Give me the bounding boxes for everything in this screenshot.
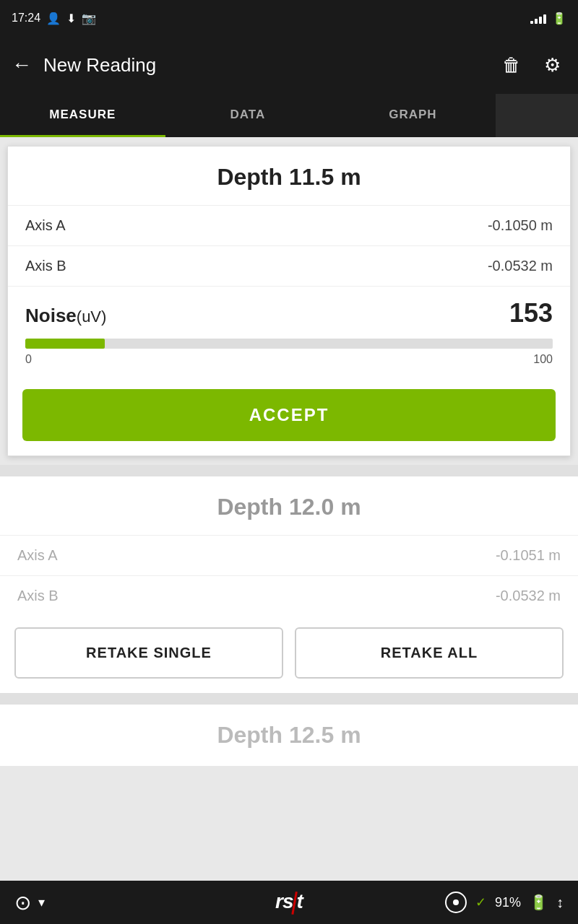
second-axis-b-label: Axis B bbox=[17, 588, 59, 604]
bottom-right: ✓ 91% 🔋 ↕ bbox=[445, 892, 564, 913]
retake-single-button[interactable]: RETAKE SINGLE bbox=[14, 627, 283, 679]
delete-button[interactable]: 🗑 bbox=[496, 48, 527, 82]
person-icon: 👤 bbox=[46, 12, 61, 25]
nav-compass-icon[interactable]: ⊙ bbox=[14, 891, 31, 915]
battery-percent: 91% bbox=[495, 895, 521, 910]
tab-measure[interactable]: MEASURE bbox=[0, 94, 165, 137]
noise-value: 153 bbox=[509, 298, 553, 328]
target-icon[interactable] bbox=[445, 892, 467, 913]
progress-labels: 0 100 bbox=[25, 353, 553, 366]
download-icon: ⬇ bbox=[66, 12, 76, 25]
noise-label: Noise(uV) bbox=[25, 305, 106, 327]
active-axis-a-row: Axis A -0.1050 m bbox=[8, 205, 570, 245]
retake-all-button[interactable]: RETAKE ALL bbox=[295, 627, 564, 679]
second-axis-a-value: -0.1051 m bbox=[496, 547, 561, 564]
second-axis-b-value: -0.0532 m bbox=[496, 588, 561, 604]
tab-graph[interactable]: GRAPH bbox=[330, 94, 496, 137]
third-reading-card-preview: Depth 12.5 m bbox=[0, 705, 578, 766]
tab-spacer bbox=[496, 94, 578, 137]
settings-button[interactable]: ⚙ bbox=[538, 48, 566, 82]
third-depth-title: Depth 12.5 m bbox=[0, 705, 578, 766]
bottom-bar: ⊙ ▾ rst ✓ 91% 🔋 ↕ bbox=[0, 881, 578, 924]
check-icon: ✓ bbox=[475, 894, 486, 910]
active-axis-a-label: Axis A bbox=[25, 217, 66, 234]
bottom-left: ⊙ ▾ bbox=[14, 891, 45, 915]
active-axis-a-value: -0.1050 m bbox=[488, 217, 553, 234]
page-title: New Reading bbox=[43, 54, 485, 77]
nav-dropdown-icon[interactable]: ▾ bbox=[38, 894, 45, 910]
active-depth-title: Depth 11.5 m bbox=[8, 147, 570, 205]
signal-icon-bottom: ↕ bbox=[556, 894, 564, 911]
status-right: 🔋 bbox=[530, 12, 566, 25]
noise-progress-bar bbox=[25, 339, 553, 349]
second-axis-a-row: Axis A -0.1051 m bbox=[0, 535, 578, 575]
app-bar: ← New Reading 🗑 ⚙ bbox=[0, 36, 578, 94]
second-axis-b-row: Axis B -0.0532 m bbox=[0, 575, 578, 616]
noise-section: Noise(uV) 153 0 100 bbox=[8, 286, 570, 378]
back-button[interactable]: ← bbox=[12, 53, 32, 77]
battery-status: 🔋 bbox=[552, 12, 566, 25]
tab-data[interactable]: DATA bbox=[165, 94, 331, 137]
status-left: 17:24 👤 ⬇ 📷 bbox=[12, 12, 96, 25]
bottom-logo: rst bbox=[275, 890, 303, 915]
active-axis-b-row: Axis B -0.0532 m bbox=[8, 245, 570, 286]
card-divider-2 bbox=[0, 693, 578, 705]
second-reading-card: Depth 12.0 m Axis A -0.1051 m Axis B -0.… bbox=[0, 476, 578, 693]
battery-icon: 🔋 bbox=[530, 894, 548, 911]
camera-icon: 📷 bbox=[82, 12, 96, 25]
progress-max: 100 bbox=[533, 353, 553, 366]
accept-button[interactable]: ACCEPT bbox=[22, 389, 556, 441]
main-content: Depth 11.5 m Axis A -0.1050 m Axis B -0.… bbox=[0, 137, 578, 881]
second-depth-title: Depth 12.0 m bbox=[0, 476, 578, 535]
active-reading-card: Depth 11.5 m Axis A -0.1050 m Axis B -0.… bbox=[7, 146, 571, 456]
signal-icon bbox=[530, 12, 546, 24]
card-divider-1 bbox=[0, 465, 578, 476]
noise-progress-fill bbox=[25, 339, 105, 349]
noise-header: Noise(uV) 153 bbox=[25, 298, 553, 328]
tab-bar: MEASURE DATA GRAPH bbox=[0, 94, 578, 137]
status-time: 17:24 bbox=[12, 12, 40, 25]
status-bar: 17:24 👤 ⬇ 📷 🔋 bbox=[0, 0, 578, 36]
rst-logo-text: rst bbox=[275, 890, 303, 912]
retake-section: RETAKE SINGLE RETAKE ALL bbox=[0, 616, 578, 693]
progress-min: 0 bbox=[25, 353, 32, 366]
second-axis-a-label: Axis A bbox=[17, 547, 58, 564]
active-axis-b-label: Axis B bbox=[25, 258, 66, 274]
active-axis-b-value: -0.0532 m bbox=[488, 258, 553, 274]
